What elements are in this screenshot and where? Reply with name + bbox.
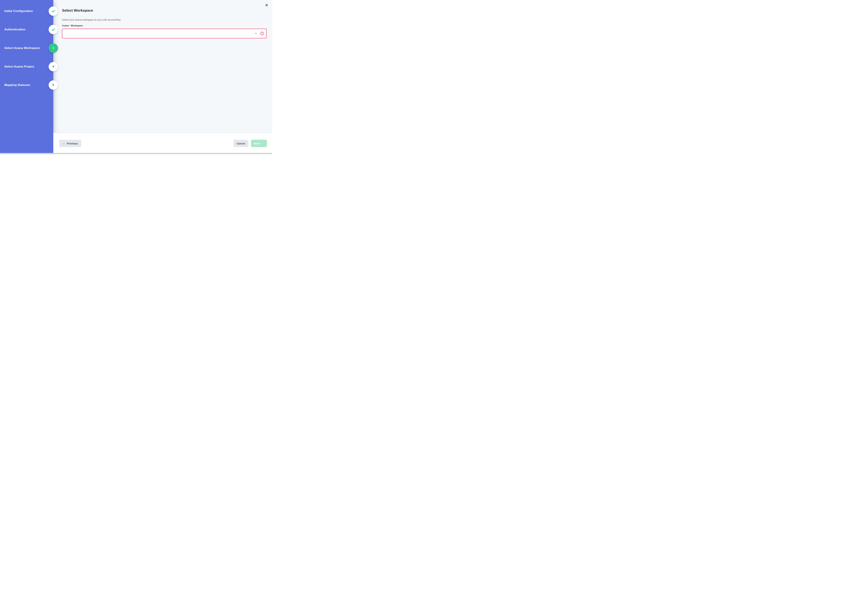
previous-button[interactable]: ← Previous <box>59 140 81 147</box>
step-number-badge: 3 <box>49 43 58 53</box>
step-select-asana-workspace[interactable]: Select Asana Workspace 3 <box>0 43 63 53</box>
cancel-button-label: Cancel <box>236 142 245 145</box>
step-label: Initial Configuration <box>5 6 33 16</box>
close-icon[interactable]: ✕ <box>264 2 269 8</box>
previous-button-label: Previous <box>67 142 78 145</box>
chevron-down-icon: ▾ <box>255 32 256 35</box>
workspace-field-label: Asana - Workspace <box>62 24 83 27</box>
step-initial-configuration[interactable]: Initial Configuration <box>0 6 63 16</box>
bottom-edge-strip <box>0 153 272 154</box>
arrow-left-icon: ← <box>63 142 65 145</box>
step-label: Select Asana Workspace <box>5 43 40 53</box>
step-status-circle <box>49 25 58 34</box>
page-subtitle: Select your Asana workspace to sync with… <box>62 18 121 21</box>
next-button[interactable]: Next → <box>251 140 267 147</box>
check-icon <box>51 9 56 13</box>
cancel-button[interactable]: Cancel <box>233 140 248 147</box>
step-mapping-statuses[interactable]: Mapping Statuses 5 <box>0 80 63 90</box>
check-icon <box>51 27 56 32</box>
setup-wizard-modal: Initial Configuration Authentication Sel… <box>0 0 272 154</box>
step-select-asana-project[interactable]: Select Asana Project 4 <box>0 62 63 71</box>
step-authentication[interactable]: Authentication <box>0 25 63 34</box>
step-status-circle <box>49 6 58 16</box>
step-number-badge: 5 <box>49 80 58 90</box>
step-number-badge: 4 <box>49 62 58 71</box>
page-title: Select Workspace <box>62 8 93 12</box>
step-label: Select Asana Project <box>5 62 34 71</box>
next-button-label: Next <box>254 142 260 145</box>
step-label: Mapping Statuses <box>5 80 30 90</box>
arrow-right-icon: → <box>261 142 264 145</box>
error-icon: ! <box>261 32 264 35</box>
footer-bar: ← Previous Cancel Next → <box>53 133 272 153</box>
step-label: Authentication <box>5 25 26 34</box>
workspace-select[interactable]: ▾ ! <box>62 29 267 38</box>
wizard-steps-sidebar: Initial Configuration Authentication Sel… <box>0 0 53 153</box>
